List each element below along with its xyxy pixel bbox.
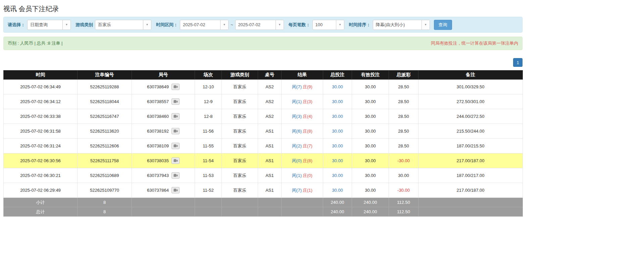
- table-row: 2025-07-02 06:31:58 522625113620 6307381…: [4, 124, 523, 139]
- cell-round-number: 630738460: [132, 109, 195, 124]
- total-bet-link[interactable]: 30.00: [332, 158, 343, 163]
- summary-valid-bet: 240.00: [352, 207, 389, 217]
- cell-game-type: 百家乐: [222, 168, 258, 183]
- cell-valid-bet: 30.00: [352, 80, 389, 94]
- cell-time: 2025-07-02 06:30:21: [4, 168, 78, 183]
- total-bet-link[interactable]: 30.00: [332, 84, 343, 89]
- video-camera-icon: [174, 144, 178, 148]
- cell-total-payout: 28.50: [389, 109, 418, 124]
- result-player: 闲(7): [292, 84, 302, 89]
- chevron-down-icon[interactable]: ▼: [336, 20, 344, 30]
- page-size-value: 100: [313, 20, 336, 30]
- video-replay-button[interactable]: [171, 98, 180, 105]
- cell-time: 2025-07-02 06:33:38: [4, 109, 78, 124]
- chevron-down-icon[interactable]: ▼: [62, 20, 70, 30]
- header-table-number: 桌号: [258, 71, 282, 80]
- result-banker: 庄(1): [303, 188, 312, 193]
- cell-table-number: AS1: [258, 139, 282, 153]
- summary-bet-count: 8: [78, 207, 132, 217]
- cell-remark: 187.00/215.50: [418, 139, 523, 153]
- summary-warning-text: 同局有效投注，统一计算在该局第一张注单内: [431, 40, 518, 46]
- round-number-text: 630737943: [147, 173, 169, 178]
- cell-round-number: 630738557: [132, 94, 195, 109]
- result-player: 闲(1): [292, 173, 302, 178]
- result-banker: 庄(8): [303, 158, 312, 163]
- total-bet-link[interactable]: 30.00: [332, 114, 343, 119]
- video-replay-button[interactable]: [171, 84, 180, 90]
- table-row: 2025-07-02 06:34:49 522625119288 6307386…: [4, 80, 523, 94]
- date-from-value: 2025-07-02: [180, 20, 220, 30]
- range-separator: ~: [231, 22, 233, 27]
- video-replay-button[interactable]: [171, 187, 180, 193]
- cell-valid-bet: 30.00: [352, 183, 389, 198]
- cell-bet-number: 522625118044: [78, 94, 132, 109]
- chevron-down-icon[interactable]: ▼: [143, 20, 151, 30]
- header-game-type: 游戏类别: [222, 71, 258, 80]
- result-banker: 庄(8): [303, 129, 312, 134]
- date-to-select[interactable]: 2025-07-02 ▼: [235, 20, 284, 30]
- cell-time: 2025-07-02 06:34:49: [4, 80, 78, 94]
- video-camera-icon: [174, 85, 178, 89]
- sort-label: 时间排序：: [349, 22, 371, 28]
- result-banker: 庄(0): [303, 173, 312, 178]
- video-replay-button[interactable]: [171, 172, 180, 179]
- date-from-select[interactable]: 2025-07-02 ▼: [180, 20, 229, 30]
- cell-session: 11-52: [195, 183, 222, 198]
- select-label: 请选择：: [8, 22, 25, 28]
- sort-order-select[interactable]: 降幕(由大到小) ▼: [373, 20, 430, 30]
- total-bet-link[interactable]: 30.00: [332, 173, 343, 178]
- video-replay-button[interactable]: [171, 128, 180, 134]
- cell-total-payout: -30.00: [389, 153, 418, 168]
- cell-total-bet: 30.00: [323, 168, 352, 183]
- summary-label: 总计: [4, 207, 78, 217]
- cell-result: 闲(1)庄(0): [282, 168, 323, 183]
- cell-bet-number: 522625110689: [78, 168, 132, 183]
- chevron-down-icon[interactable]: ▼: [220, 20, 228, 30]
- chevron-down-icon[interactable]: ▼: [422, 20, 430, 30]
- chevron-down-icon[interactable]: ▼: [276, 20, 284, 30]
- cell-table-number: AS2: [258, 80, 282, 94]
- cell-remark: 217.00/187.00: [418, 183, 523, 198]
- summary-row: 总计 8 240.00 240.00 112.50: [4, 207, 523, 217]
- video-replay-button[interactable]: [171, 143, 180, 149]
- total-bet-link[interactable]: 30.00: [332, 143, 343, 148]
- cell-table-number: AS2: [258, 94, 282, 109]
- cell-valid-bet: 30.00: [352, 94, 389, 109]
- cell-total-payout: 28.50: [389, 139, 418, 153]
- header-session: 场次: [195, 71, 222, 80]
- cell-table-number: AS1: [258, 183, 282, 198]
- header-valid-bet: 有效投注: [352, 71, 389, 80]
- cell-total-bet: 30.00: [323, 109, 352, 124]
- result-player: 闲(6): [292, 129, 302, 134]
- table-row: 2025-07-02 06:30:56 522625111758 6307380…: [4, 153, 523, 168]
- cell-total-bet: 30.00: [323, 153, 352, 168]
- total-bet-link[interactable]: 30.00: [332, 188, 343, 193]
- video-camera-icon: [174, 100, 178, 103]
- cell-result: 闲(1)庄(3): [282, 94, 323, 109]
- round-number-text: 630738109: [147, 143, 169, 148]
- cell-valid-bet: 30.00: [352, 139, 389, 153]
- page-size-label: 每页笔数：: [289, 22, 310, 28]
- table-row: 2025-07-02 06:30:21 522625110689 6307379…: [4, 168, 523, 183]
- cell-valid-bet: 30.00: [352, 168, 389, 183]
- summary-total-payout: 112.50: [389, 207, 418, 217]
- game-type-select[interactable]: 百家乐 ▼: [95, 20, 151, 30]
- total-bet-link[interactable]: 30.00: [332, 129, 343, 134]
- cell-time: 2025-07-02 06:30:56: [4, 153, 78, 168]
- page-size-select[interactable]: 100 ▼: [312, 20, 344, 30]
- page-button-1[interactable]: 1: [513, 58, 523, 67]
- cell-game-type: 百家乐: [222, 124, 258, 139]
- video-replay-button[interactable]: [171, 113, 180, 120]
- cell-round-number: 630737864: [132, 183, 195, 198]
- video-camera-icon: [174, 159, 178, 163]
- header-total-payout: 总派彩: [389, 71, 418, 80]
- table-body: 2025-07-02 06:34:49 522625119288 6307386…: [4, 80, 523, 198]
- cell-valid-bet: 30.00: [352, 109, 389, 124]
- query-type-select[interactable]: 日期查询 ▼: [27, 20, 71, 30]
- search-button[interactable]: 查询: [434, 20, 452, 30]
- video-replay-button[interactable]: [171, 157, 180, 164]
- cell-table-number: AS1: [258, 168, 282, 183]
- cell-remark: 217.00/187.00: [418, 153, 523, 168]
- total-bet-link[interactable]: 30.00: [332, 99, 343, 104]
- summary-total-bet: 240.00: [323, 198, 352, 207]
